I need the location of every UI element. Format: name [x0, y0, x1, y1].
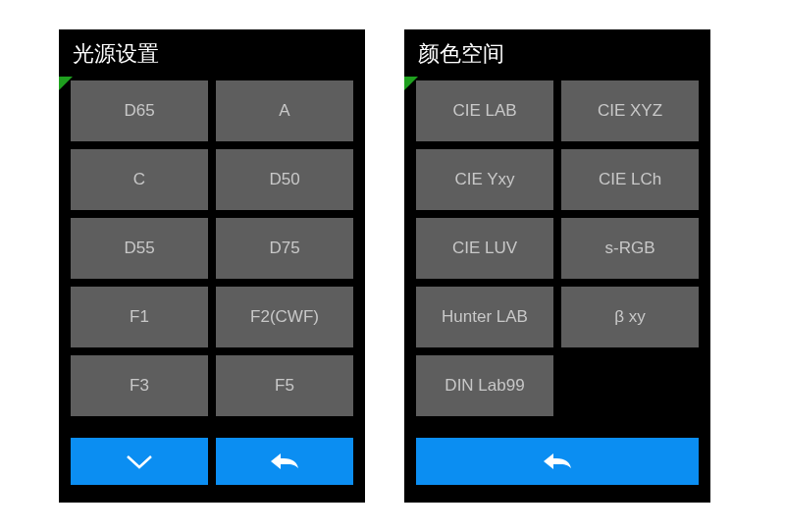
color-option-dinlab99[interactable]: DIN Lab99 [416, 355, 553, 416]
color-panel-title: 颜色空间 [404, 29, 710, 75]
color-option-hunterlab[interactable]: Hunter LAB [416, 287, 553, 347]
light-option-f3[interactable]: F3 [71, 355, 208, 416]
light-option-c[interactable]: C [71, 149, 208, 210]
light-action-bar [59, 428, 365, 503]
back-arrow-icon [541, 451, 574, 472]
back-arrow-icon [268, 451, 301, 472]
color-option-betaxy[interactable]: β xy [561, 287, 699, 347]
light-options-grid: D65 A C D50 D55 D75 F1 F2(CWF) F3 F5 [59, 75, 365, 428]
chevron-down-icon [124, 452, 155, 471]
color-action-bar [404, 428, 710, 503]
page-down-button[interactable] [71, 438, 208, 485]
light-option-d55[interactable]: D55 [71, 218, 208, 279]
color-space-panel: 颜色空间 CIE LAB CIE XYZ CIE Yxy CIE LCh CIE… [404, 29, 710, 503]
light-option-f5[interactable]: F5 [216, 355, 353, 416]
color-options-grid: CIE LAB CIE XYZ CIE Yxy CIE LCh CIE LUV … [404, 75, 710, 428]
back-button[interactable] [416, 438, 699, 485]
light-panel-title: 光源设置 [59, 29, 365, 75]
active-indicator-corner [404, 77, 418, 90]
light-option-f1[interactable]: F1 [71, 287, 208, 347]
color-option-cielab[interactable]: CIE LAB [416, 80, 553, 141]
light-option-d65[interactable]: D65 [71, 80, 208, 141]
color-option-cieyxy[interactable]: CIE Yxy [416, 149, 553, 210]
light-option-f2cwf[interactable]: F2(CWF) [216, 287, 353, 347]
color-option-cieluv[interactable]: CIE LUV [416, 218, 553, 279]
light-option-d75[interactable]: D75 [216, 218, 353, 279]
light-option-a[interactable]: A [216, 80, 353, 141]
light-source-panel: 光源设置 D65 A C D50 D55 D75 F1 F2(CWF) F3 F… [59, 29, 365, 503]
active-indicator-corner [59, 77, 73, 90]
back-button[interactable] [216, 438, 353, 485]
color-option-ciexyz[interactable]: CIE XYZ [561, 80, 699, 141]
color-option-srgb[interactable]: s-RGB [561, 218, 699, 279]
color-option-cielch[interactable]: CIE LCh [561, 149, 699, 210]
light-option-d50[interactable]: D50 [216, 149, 353, 210]
